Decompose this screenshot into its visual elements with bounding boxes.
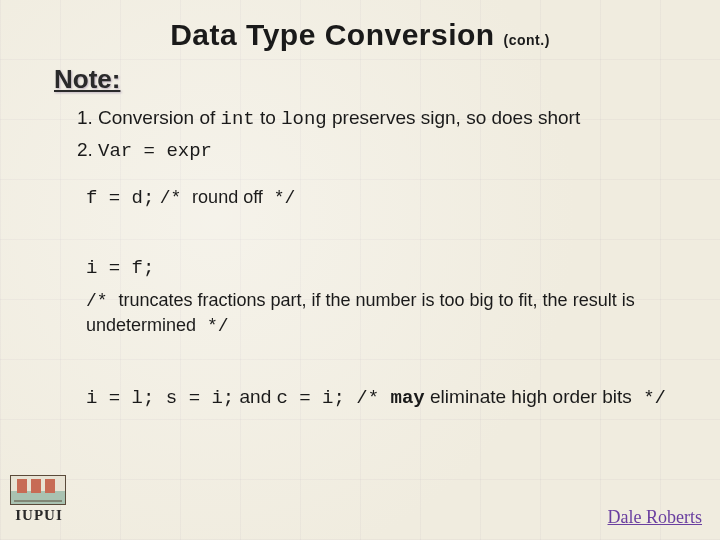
comment-text: eliminate high order bits — [425, 386, 632, 407]
ex3-c2: s = i; — [154, 387, 234, 409]
ex2-comment: /* truncates fractions part, if the numb… — [86, 288, 666, 339]
title-cont: (cont.) — [504, 32, 550, 48]
comment-open: /* — [160, 188, 192, 208]
logo-graphic — [10, 475, 66, 505]
page-title: Data Type Conversion (cont.) — [0, 0, 720, 52]
logo-text: IUPUI — [10, 507, 68, 524]
p1-mid: to — [255, 107, 281, 128]
ex1-comment: /* round off */ — [160, 187, 296, 207]
ex3-may: may — [391, 387, 425, 409]
p1-prefix: Conversion of — [98, 107, 221, 128]
example-2: i = f; — [86, 254, 666, 282]
p1-code-int: int — [221, 108, 255, 130]
author-name: Dale Roberts — [608, 507, 702, 528]
ex3-and: and — [234, 386, 276, 407]
ex3-c1: i = l; — [86, 387, 154, 409]
ex2-code: i = f; — [86, 257, 154, 279]
content-area: Conversion of int to long preserves sign… — [78, 105, 666, 412]
note-list: Conversion of int to long preserves sign… — [78, 105, 666, 164]
comment-open: /* — [345, 387, 391, 409]
p1-code-long: long — [281, 108, 327, 130]
ex1-code: f = d; — [86, 187, 154, 209]
p2-code: Var = expr — [98, 140, 212, 162]
title-main: Data Type Conversion — [170, 18, 495, 51]
comment-open: /* — [86, 291, 118, 311]
example-3: i = l; s = i; and c = i; /* may eliminat… — [86, 384, 666, 412]
list-item: Conversion of int to long preserves sign… — [98, 105, 666, 133]
comment-close: */ — [196, 316, 228, 336]
comment-text: truncates fractions part, if the number … — [86, 290, 635, 335]
comment-text: round off — [192, 187, 263, 207]
iupui-logo: IUPUI — [10, 475, 68, 524]
ex3-c3: c = i; — [277, 387, 345, 409]
example-1: f = d; /* round off */ — [86, 184, 666, 212]
p1-suffix: preserves sign, so does short — [327, 107, 580, 128]
note-heading: Note: — [54, 64, 720, 95]
list-item: Var = expr — [98, 137, 666, 165]
comment-close: */ — [263, 188, 295, 208]
comment-close: */ — [632, 387, 666, 409]
